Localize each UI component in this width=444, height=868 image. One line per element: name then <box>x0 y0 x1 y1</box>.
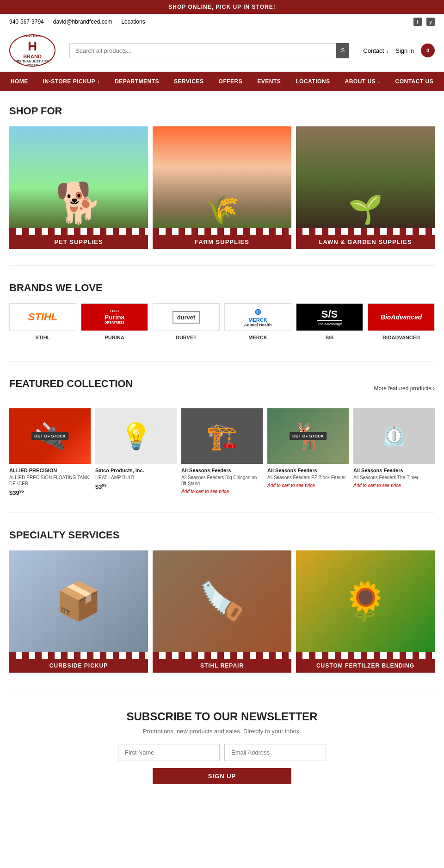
bioadvanced-name: BIOADVANCED <box>382 335 420 340</box>
email-address[interactable]: david@hbrandfeed.com <box>53 19 112 25</box>
product-brand-1: ALLIED PRECISION <box>9 468 91 473</box>
farm-image: 🌾 <box>153 126 291 228</box>
nav-departments[interactable]: DEPARTMENTS <box>107 72 166 91</box>
top-banner-text: SHOP ONLINE, PICK UP IN STORE! <box>168 4 275 10</box>
phone-number[interactable]: 940-567-3794 <box>9 19 44 25</box>
checkerboard-fertilizer <box>296 652 435 659</box>
stihl-logo: STIHL <box>9 303 76 331</box>
nav-locations[interactable]: LOCATIONS <box>288 72 337 91</box>
checkerboard-farm <box>153 228 291 235</box>
nav-services[interactable]: SERVICES <box>166 72 211 91</box>
nav-contact-us[interactable]: CONTACT US <box>388 72 441 91</box>
brands-section: BRANDS WE LOVE STIHL STIHL FEED Purina G… <box>0 268 444 359</box>
garden-label: LAWN & GARDEN SUPPLIES <box>296 235 435 249</box>
product-timer[interactable]: ⏲️ All Seasons Feeders All Seasons Feede… <box>353 408 435 496</box>
ss-logo: S/S The Advantage <box>296 303 363 331</box>
shop-card-farm[interactable]: 🌾 FARM SUPPLIES <box>153 126 291 249</box>
purina-logo: FEED Purina GREATNESS <box>81 303 148 331</box>
nav-events[interactable]: EVENTS <box>250 72 288 91</box>
add-to-cart-4[interactable]: Add to cart to see price <box>267 483 349 488</box>
product-ez-block[interactable]: 🦌 OUT OF STOCK All Seasons Feeders All S… <box>267 408 349 496</box>
shop-for-title: SHOP FOR <box>9 105 435 117</box>
shop-grid: 🐕 PET SUPPLIES 🌾 FARM SUPPLIES 🌱 LAWN & … <box>9 126 435 249</box>
product-desc-2: HEAT LAMP BULB <box>95 475 177 481</box>
product-price-1: $3995 <box>9 489 91 496</box>
yelp-icon[interactable]: y <box>426 18 435 26</box>
brand-purina[interactable]: FEED Purina GREATNESS PURINA <box>81 303 148 340</box>
main-nav: HOME IN-STORE PICKUP ↓ DEPARTMENTS SERVI… <box>0 72 444 91</box>
signup-button[interactable]: SIGN UP <box>153 768 291 784</box>
specialty-services-section: SPECIALTY SERVICES 📦 CURBSIDE PICKUP 🪚 S… <box>0 515 444 687</box>
product-satco[interactable]: 💡 Satco Products, Inc. HEAT LAMP BULB $3… <box>95 408 177 496</box>
out-of-stock-badge-1: OUT OF STOCK <box>31 432 68 440</box>
product-img-stand: 🏗️ <box>181 408 263 464</box>
brand-ss[interactable]: S/S The Advantage S/S <box>296 303 363 340</box>
brand-merck[interactable]: ⊕ MERCK Animal Health MERCK <box>224 303 291 340</box>
shop-card-garden[interactable]: 🌱 LAWN & GARDEN SUPPLIES <box>296 126 435 249</box>
nav-home[interactable]: HOME <box>3 72 36 91</box>
more-featured-link[interactable]: More featured products › <box>374 385 435 392</box>
brands-grid: STIHL STIHL FEED Purina GREATNESS PURINA… <box>9 303 435 340</box>
product-brand-4: All Seasons Feeders <box>267 468 349 473</box>
product-img-block: 🦌 OUT OF STOCK <box>267 408 349 464</box>
garden-image: 🌱 <box>296 126 435 228</box>
search-wrap: S <box>69 43 349 58</box>
nav-offers[interactable]: OFFERS <box>211 72 250 91</box>
shop-card-pet[interactable]: 🐕 PET SUPPLIES <box>9 126 148 249</box>
brand-bioadvanced[interactable]: BioAdvanced BIOADVANCED <box>368 303 435 340</box>
product-img-timer: ⏲️ <box>353 408 435 464</box>
checkerboard-stihl <box>153 652 291 659</box>
nav-in-store-pickup[interactable]: IN-STORE PICKUP ↓ <box>36 72 107 91</box>
product-feeder-stand[interactable]: 🏗️ All Seasons Feeders All Seasons Feede… <box>181 408 263 496</box>
service-fertilizer[interactable]: 🌻 CUSTOM FERTILZER BLENDING <box>296 550 435 673</box>
signin-link[interactable]: Sign in <box>395 47 414 54</box>
product-brand-5: All Seasons Feeders <box>353 468 435 473</box>
pet-label: PET SUPPLIES <box>9 235 148 249</box>
nav-about-us[interactable]: ABOUT US ↓ <box>338 72 388 91</box>
curbside-image: 📦 <box>9 550 148 652</box>
add-to-cart-3[interactable]: Add to cart to see price <box>181 489 263 494</box>
cart-count: 0 <box>426 48 429 53</box>
bioadvanced-logo: BioAdvanced <box>368 303 435 331</box>
search-button[interactable]: S <box>336 43 349 58</box>
email-input[interactable] <box>224 744 326 761</box>
featured-title: FEATURED COLLECTION <box>9 378 133 390</box>
product-allied-precision[interactable]: 🔌 OUT OF STOCK ALLIED PRECISION ALLIED P… <box>9 408 91 496</box>
social-links: f y <box>413 18 435 26</box>
merck-name: MERCK <box>248 335 267 340</box>
curbside-label: CURBSIDE PICKUP <box>9 659 148 673</box>
first-name-input[interactable] <box>118 744 220 761</box>
site-header: HBRANDFEED.COM H BRAND MORE THAN JUST A … <box>0 30 444 72</box>
product-desc-5: All Seasons Feeders The-Timer <box>353 475 435 481</box>
ss-name: S/S <box>326 335 334 340</box>
newsletter-form <box>9 744 435 761</box>
durvet-logo: durvet <box>153 303 220 331</box>
featured-section: FEATURED COLLECTION More featured produc… <box>0 364 444 510</box>
brand-stihl[interactable]: STIHL STIHL <box>9 303 76 340</box>
product-img-bulb: 💡 <box>95 408 177 464</box>
site-logo[interactable]: HBRANDFEED.COM H BRAND MORE THAN JUST A … <box>9 34 56 67</box>
specialty-services-title: SPECIALTY SERVICES <box>9 529 435 541</box>
contact-dropdown[interactable]: Contact ↓ <box>363 47 388 54</box>
brands-title: BRANDS WE LOVE <box>9 282 435 294</box>
pet-image: 🐕 <box>9 126 148 228</box>
farm-label: FARM SUPPLIES <box>153 235 291 249</box>
stihl-label: STIHL REPAIR <box>153 659 291 673</box>
facebook-icon[interactable]: f <box>413 18 422 26</box>
contact-info: 940-567-3794 david@hbrandfeed.com Locati… <box>9 19 145 25</box>
service-curbside[interactable]: 📦 CURBSIDE PICKUP <box>9 550 148 673</box>
search-input[interactable] <box>69 43 349 58</box>
brand-durvet[interactable]: durvet DURVET <box>153 303 220 340</box>
top-banner: SHOP ONLINE, PICK UP IN STORE! <box>0 0 444 14</box>
locations-link[interactable]: Locations <box>121 19 145 25</box>
fertilizer-label: CUSTOM FERTILZER BLENDING <box>296 659 435 673</box>
out-of-stock-badge-4: OUT OF STOCK <box>290 432 327 440</box>
cart-icon[interactable]: 0 <box>421 44 435 57</box>
add-to-cart-5[interactable]: Add to cart to see price <box>353 483 435 488</box>
stihl-name: STIHL <box>36 335 50 340</box>
durvet-name: DURVET <box>176 335 197 340</box>
contact-bar: 940-567-3794 david@hbrandfeed.com Locati… <box>0 14 444 30</box>
featured-header: FEATURED COLLECTION More featured produc… <box>9 378 435 399</box>
checkerboard-pet <box>9 228 148 235</box>
service-stihl-repair[interactable]: 🪚 STIHL REPAIR <box>153 550 291 673</box>
